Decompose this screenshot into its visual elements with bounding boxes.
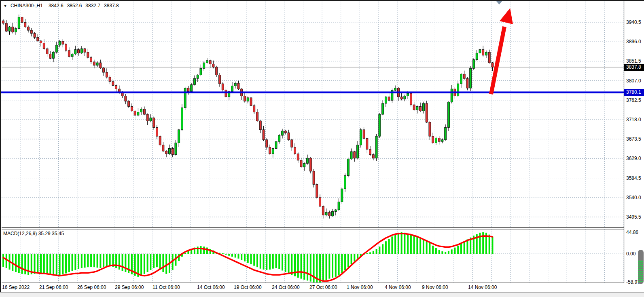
time-axis-label: 16 Sep 2022 bbox=[2, 284, 30, 291]
price-axis-label: 3807.0 bbox=[626, 78, 644, 84]
grid-lines bbox=[2, 2, 624, 282]
price-axis-label: 3896.0 bbox=[626, 38, 644, 45]
price-axis-label: 3540.0 bbox=[626, 194, 644, 201]
time-axis-label: 1 Nov 06:00 bbox=[347, 284, 373, 291]
price-axis-label: 3584.5 bbox=[626, 175, 644, 181]
price-axis-label: 3629.0 bbox=[626, 155, 644, 162]
time-axis-label: 29 Sep 06:00 bbox=[115, 284, 144, 291]
price-axis-label: 3940.5 bbox=[626, 19, 644, 25]
time-axis-label: 26 Sep 06:00 bbox=[77, 284, 106, 291]
mt4-chart-window: ▼ CHINA300-,H1 3842.6 3852.6 3832.7 3837… bbox=[0, 0, 644, 297]
time-axis-label: 21 Sep 06:00 bbox=[39, 284, 68, 291]
scrollbar-stripes-icon bbox=[638, 261, 643, 282]
time-axis-label: 9 Nov 06:00 bbox=[422, 284, 448, 291]
time-axis-label: 11 Oct 06:00 bbox=[153, 284, 180, 291]
price-chart-canvas[interactable] bbox=[0, 0, 644, 297]
time-axis-label: 4 Nov 06:00 bbox=[385, 284, 411, 291]
ohlc-high: 3852.6 bbox=[67, 3, 82, 8]
price-axis-label: 3718.0 bbox=[626, 116, 644, 123]
time-axis-label: 14 Nov 06:00 bbox=[468, 284, 497, 291]
price-axis-label: 3495.5 bbox=[626, 214, 644, 220]
symbol-label: CHINA300-,H1 bbox=[11, 3, 43, 8]
scrollbar-thumb[interactable] bbox=[638, 250, 644, 284]
ohlc-close: 3837.8 bbox=[104, 3, 119, 8]
time-axis-label: 14 Oct 06:00 bbox=[197, 284, 225, 291]
trend-arrow[interactable] bbox=[491, 8, 513, 94]
candles-series[interactable] bbox=[2, 15, 494, 219]
chart-shift-marker-icon[interactable] bbox=[496, 1, 502, 4]
window-bottom-edge bbox=[0, 292, 644, 297]
ohlc-low: 3832.7 bbox=[85, 3, 100, 8]
support-resistance-line[interactable] bbox=[0, 91, 644, 93]
macd-histogram bbox=[2, 232, 493, 282]
time-axis-label: 19 Oct 06:00 bbox=[234, 284, 262, 291]
current-price-tag: 3837.8 bbox=[624, 64, 644, 71]
chart-header: ▼ CHINA300-,H1 3842.6 3852.6 3832.7 3837… bbox=[3, 2, 123, 9]
price-axis-label: 3673.5 bbox=[626, 136, 644, 142]
symbol-dropdown-icon[interactable]: ▼ bbox=[3, 4, 7, 8]
macd-axis-label: 44.86 bbox=[626, 229, 644, 236]
macd-indicator-label: MACD(12,26,9) 35.29 35.45 bbox=[3, 231, 64, 236]
support-line-price-tag: 3780.1 bbox=[624, 89, 644, 96]
time-axis-label: 24 Oct 06:00 bbox=[272, 284, 300, 291]
time-axis-label: 27 Oct 06:00 bbox=[309, 284, 337, 291]
price-axis-label: 3762.5 bbox=[626, 97, 644, 103]
ohlc-open: 3842.6 bbox=[49, 3, 64, 8]
